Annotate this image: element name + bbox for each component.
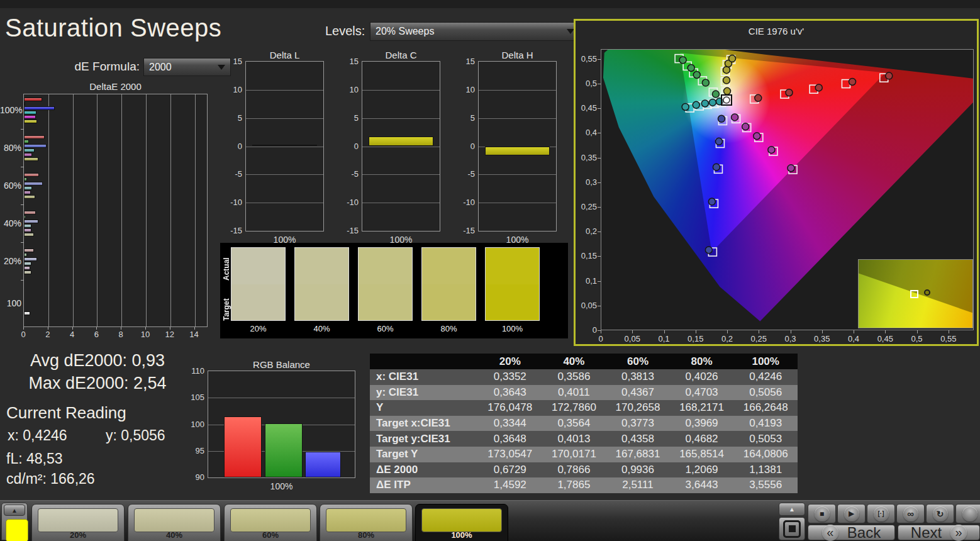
table-cell: 165,8514: [670, 448, 734, 460]
play-button[interactable]: ▶: [837, 504, 866, 523]
cie-x-tick-label: 0,45: [872, 334, 898, 343]
cie-x-tick-mark: [791, 330, 791, 333]
table-header-cell: 20%: [478, 355, 542, 368]
cie-y-tick-label: 0,4: [577, 128, 597, 137]
taskbar: ▲ 20%40%60%80%100% ▲ ■▶[·]∞↻ « Back Next…: [0, 500, 980, 541]
patch-button-60%[interactable]: 60%: [224, 504, 317, 541]
delta-c-title: Delta C: [362, 50, 440, 60]
table-cell: 1,2069: [670, 464, 734, 476]
gridline: [246, 203, 323, 203]
y-tick-label: -5: [342, 169, 359, 179]
cie-y-tick-mark: [598, 207, 601, 208]
y-tick-label: -15: [459, 226, 475, 235]
cie-chart-panel[interactable]: CIE 1976 u'v' 00,050,10,150,20,250,30,35…: [574, 19, 979, 346]
avg-de2000-text: Avg dE2000: 0,93: [0, 351, 195, 371]
patch-swatch: [230, 508, 311, 532]
y-tick-label: 5: [342, 113, 359, 123]
cie-x-tick-mark: [854, 330, 854, 333]
collapse-up-button[interactable]: ▲: [4, 505, 25, 516]
x-tick-label: 12: [164, 330, 176, 339]
deltae-bar-80%-yellow: [24, 157, 38, 161]
window-mode-button[interactable]: [779, 517, 805, 540]
x-tick-label: 8: [114, 330, 127, 339]
table-cell: 0,4367: [606, 386, 670, 399]
stop-button[interactable]: ■: [808, 504, 836, 523]
back-button-label: Back: [847, 524, 881, 541]
deltae-bar-100%-cyan: [24, 111, 36, 114]
cie-y-tick-label: 0,05: [577, 301, 597, 310]
table-cell: 2,5111: [606, 479, 670, 491]
patch-button-100%[interactable]: 100%: [415, 504, 508, 541]
table-cell: 0,7866: [542, 464, 606, 476]
delta-c-plot-bar: [369, 137, 433, 146]
table-row: x: CIE310,33520,35860,38130,40260,4246: [370, 369, 798, 385]
levels-dropdown-value: 20% Sweeps: [376, 26, 434, 37]
table-row: ΔE 20000,67290,78660,99361,20691,1381: [370, 462, 798, 478]
deltae-bar-60%-magenta: [24, 191, 31, 194]
y-tick-label: 10: [226, 85, 242, 94]
gridline: [146, 94, 147, 326]
table-cell: 0,4358: [606, 433, 670, 445]
table-cell: 1,1381: [733, 464, 798, 476]
current-reading-label: Current Reading: [6, 403, 126, 423]
deltae-bar-60%-green: [24, 177, 27, 181]
table-cell: 0,4011: [542, 386, 606, 399]
table-cell: 0,5053: [733, 433, 798, 445]
x-tick-mark: [96, 327, 97, 330]
delta-h-title: Delta H: [478, 50, 557, 60]
delta-l-plot-bar: [252, 145, 317, 147]
current-fl-value: fL: 48,53: [6, 450, 63, 467]
table-cell: 0,3773: [606, 417, 670, 430]
group-label: 60%: [0, 181, 21, 191]
gridline: [170, 94, 171, 326]
group-label: 100%: [0, 105, 21, 115]
gridline: [246, 118, 323, 119]
table-row: Y176,0478172,7860170,2658168,2171166,264…: [370, 400, 798, 416]
gridline: [48, 94, 49, 326]
gridline: [479, 174, 556, 175]
table-header-cell: 80%: [670, 355, 734, 368]
row-label: Target x:CIE31: [370, 417, 478, 430]
y-tick-label: 0: [342, 142, 359, 151]
table-header-row: 20%40%60%80%100%: [370, 354, 798, 369]
levels-dropdown[interactable]: 20% Sweeps: [370, 22, 580, 41]
y-tick-label: -10: [459, 198, 475, 207]
cie-y-tick-mark: [598, 59, 601, 60]
table-row: ΔE ITP1,45921,78652,51113,64433,5556: [370, 477, 798, 493]
inset-target-square: [910, 290, 918, 298]
refresh-button[interactable]: ↻: [926, 504, 954, 523]
cie-x-tick-mark: [632, 330, 633, 333]
x-tick-mark: [48, 327, 48, 330]
current-x-value: x: 0,4246: [8, 427, 67, 444]
table-cell: 0,3564: [542, 417, 606, 430]
patch-button-20%[interactable]: 20%: [31, 504, 125, 541]
x-tick-mark: [170, 327, 170, 330]
deltae-bar-40%-magenta: [24, 228, 31, 232]
x-tick-label: 4: [66, 330, 79, 339]
patch-button-80%[interactable]: 80%: [320, 504, 413, 541]
gridline: [121, 94, 122, 326]
cie-y-tick-mark: [598, 256, 601, 257]
x-category-label: 100%: [208, 481, 355, 491]
deltae-bar-60%-blue: [24, 182, 43, 186]
deltae-plot: [23, 94, 208, 327]
cie-x-tick-label: 0,35: [810, 334, 835, 343]
measure-button[interactable]: [·]: [867, 504, 895, 523]
next-button[interactable]: Next »: [898, 525, 980, 540]
de-formula-dropdown[interactable]: 2000: [143, 58, 231, 76]
gridline: [362, 174, 440, 175]
back-arrow-icon: «: [822, 525, 838, 541]
panel-up-button[interactable]: ▲: [779, 503, 805, 516]
patch-button-40%[interactable]: 40%: [128, 504, 221, 541]
gridline: [362, 147, 440, 147]
table-cell: 0,4246: [733, 371, 798, 383]
table-cell: 0,3344: [478, 417, 542, 430]
cie-y-tick-label: 0,25: [577, 202, 597, 211]
table-cell: 0,4703: [670, 386, 734, 399]
cie-x-tick-label: 0: [588, 334, 613, 343]
patch-button-label: 60%: [225, 530, 316, 540]
back-button[interactable]: « Back: [808, 525, 895, 540]
blank-button[interactable]: [955, 504, 980, 523]
next-button-label: Next: [911, 524, 942, 541]
continuous-button[interactable]: ∞: [896, 504, 925, 523]
